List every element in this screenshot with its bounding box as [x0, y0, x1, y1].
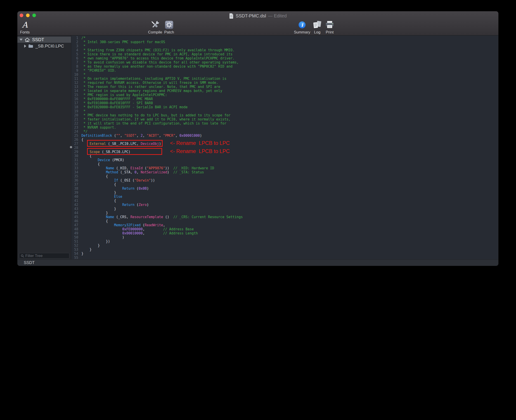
code-line[interactable]: 26{	[71, 138, 498, 142]
code-line[interactable]: 34 Method (_STA, 0, NotSerialized) // _S…	[71, 170, 498, 174]
code-line[interactable]: 35 {	[71, 174, 498, 178]
code-text: Else	[78, 195, 122, 199]
code-line[interactable]: 36 If (_OSI ("Darwin"))	[71, 178, 498, 182]
fonts-button[interactable]: A Fonts	[18, 20, 32, 35]
line-number: 41	[71, 199, 78, 203]
code-line[interactable]: 39 }	[71, 191, 498, 195]
code-text: Scope (_SB.PCI0.LPC)	[78, 150, 130, 154]
code-line[interactable]: 10 *	[71, 73, 498, 77]
code-line[interactable]: 50 )	[71, 235, 498, 239]
code-line[interactable]: 29 Scope (_SB.PCI0.LPC)	[71, 150, 498, 154]
code-text	[78, 256, 81, 259]
line-number: 31	[71, 158, 78, 162]
code-line[interactable]: 25DefinitionBlock ("", "SSDT", 2, "ACDT"…	[71, 134, 498, 138]
code-line[interactable]: 54}	[71, 252, 498, 256]
code-line[interactable]: 8 * as they normally use another non-sta…	[71, 64, 498, 68]
disclosure-collapsed-icon[interactable]	[24, 45, 26, 48]
code-line[interactable]: 19 *	[71, 109, 498, 113]
code-text: {	[78, 199, 116, 203]
tree-item-sb-pci0-lpc[interactable]: _SB.PCI0.LPC	[17, 43, 71, 49]
code-line[interactable]: 21 * faster initialisation. If we add it…	[71, 117, 498, 121]
code-line[interactable]: 45 Name (_CRS, ResourceTemplate () // _C…	[71, 215, 498, 219]
line-number: 36	[71, 178, 78, 182]
code-text: Device (PMCR)	[78, 158, 124, 162]
code-line[interactable]: 15 * PMC region is used by AppleIntelPCH…	[71, 93, 498, 97]
code-line[interactable]: 2 * Intel 300-series PMC support for mac…	[71, 40, 498, 44]
log-label: Log	[314, 30, 320, 34]
line-number: 39	[71, 191, 78, 195]
code-line[interactable]: 16 * 0xFE000000~0xFE00FFFF - PMC MBAR	[71, 97, 498, 101]
line-number: 9	[71, 68, 78, 73]
code-line[interactable]: 44 }	[71, 211, 498, 215]
code-line[interactable]: 18 * 0xFE020000~0xFE035FFF - SerialIo BA…	[71, 105, 498, 109]
code-line[interactable]: 6 * own naming "APP9876" to access this …	[71, 56, 498, 60]
code-line[interactable]: 7 * To avoid confusion we disable this d…	[71, 60, 498, 64]
code-line[interactable]: 30 {	[71, 154, 498, 158]
code-text: }	[78, 207, 116, 211]
code-line[interactable]: 9 * "PCHRESV" UID.	[71, 68, 498, 73]
line-number: 2	[71, 40, 78, 44]
code-line[interactable]: 20 * PMC device has nothing to do to LPC…	[71, 113, 498, 117]
line-number: 1	[71, 36, 78, 40]
code-line[interactable]: 4 * Starting from Z390 chipsets PMC (D31…	[71, 48, 498, 52]
printer-icon	[325, 21, 334, 29]
code-text: 0x00010000, // Address Length	[78, 231, 198, 235]
code-line[interactable]: 46 {	[71, 219, 498, 223]
code-text: External (_SB_.PCI0.LPC, DeviceObj)	[78, 142, 161, 146]
code-line[interactable]: 55	[71, 256, 498, 259]
code-line[interactable]: 51 })	[71, 239, 498, 243]
code-line[interactable]: 37 {	[71, 182, 498, 187]
code-line[interactable]: 49 0x00010000, // Address Length	[71, 231, 498, 235]
code-text: * PMC region is used by AppleIntelPCHPMC…	[78, 93, 167, 97]
code-line[interactable]: 13 * The reason for this is rather uncle…	[71, 85, 498, 89]
code-line[interactable]: 27 External (_SB_.PCI0.LPC, DeviceObj)	[71, 142, 498, 146]
code-text: Memory32Fixed (ReadWrite,	[78, 223, 165, 227]
patch-button[interactable]: Patch	[160, 20, 178, 35]
code-line[interactable]: 22 * it will start in the end of PCI con…	[71, 121, 498, 126]
code-line[interactable]: 53 }	[71, 248, 498, 252]
code-line[interactable]: 23 * NVRAM support.	[71, 126, 498, 129]
code-line[interactable]: 40 Else	[71, 195, 498, 199]
code-text: * Intel 300-series PMC support for macOS	[78, 40, 165, 44]
code-line[interactable]: 5 * Since there is no standard device fo…	[71, 52, 498, 56]
code-line[interactable]: 33 Name (_HID, EisaId ("APP9876")) // _H…	[71, 166, 498, 170]
line-number: 25	[71, 134, 78, 138]
code-line[interactable]: 47 Memory32Fixed (ReadWrite,	[71, 223, 498, 227]
sidebar-tree: SSDT _SB.PCI0.LPC	[17, 36, 71, 259]
filter-tree-input[interactable]	[25, 254, 68, 258]
code-line[interactable]: 1/*	[71, 36, 498, 40]
code-line[interactable]: 48 0xFE000000, // Address Base	[71, 227, 498, 231]
summary-button[interactable]: i Summary	[293, 20, 311, 35]
code-line[interactable]: 12 * required for NVRAM access. Otherwis…	[71, 81, 498, 85]
code-line[interactable]: 28	[71, 146, 498, 150]
code-line[interactable]: 52 }	[71, 243, 498, 248]
line-number: 17	[71, 101, 78, 105]
code-line[interactable]: 38 Return (0x0B)	[71, 187, 498, 191]
line-number: 40	[71, 195, 78, 199]
tree-item-ssdt[interactable]: SSDT	[17, 37, 71, 43]
code-line[interactable]: 3 *	[71, 44, 498, 48]
disclosure-expanded-icon[interactable]	[19, 39, 23, 41]
code-line[interactable]: 41 {	[71, 199, 498, 203]
content-area: SSDT _SB.PCI0.LPC	[17, 36, 498, 259]
code-text: })	[78, 239, 110, 243]
code-line[interactable]: 43 }	[71, 207, 498, 211]
line-number: 12	[71, 81, 78, 85]
code-text: */	[78, 129, 88, 134]
code-text: *	[78, 44, 85, 48]
code-editor[interactable]: 1/*2 * Intel 300-series PMC support for …	[71, 36, 498, 259]
code-line[interactable]: 24 */	[71, 129, 498, 134]
code-line[interactable]: 14 * located in separate memory regions …	[71, 89, 498, 93]
print-button[interactable]: Print	[322, 20, 338, 35]
code-line[interactable]: 11 * On certain implementations, includi…	[71, 77, 498, 81]
code-line[interactable]: 17 * 0xFE010000~0xFE010FFF - SPI BAR0	[71, 101, 498, 105]
code-line[interactable]: 42 Return (Zero)	[71, 203, 498, 207]
line-number: 32	[71, 162, 78, 166]
code-line[interactable]: 31 Device (PMCR)	[71, 158, 498, 162]
status-text: SSDT	[24, 260, 35, 265]
code-line[interactable]: 32 {	[71, 162, 498, 166]
line-number: 26	[71, 138, 78, 142]
line-number: 43	[71, 207, 78, 211]
summary-label: Summary	[294, 30, 311, 34]
code-text: {	[78, 162, 100, 166]
